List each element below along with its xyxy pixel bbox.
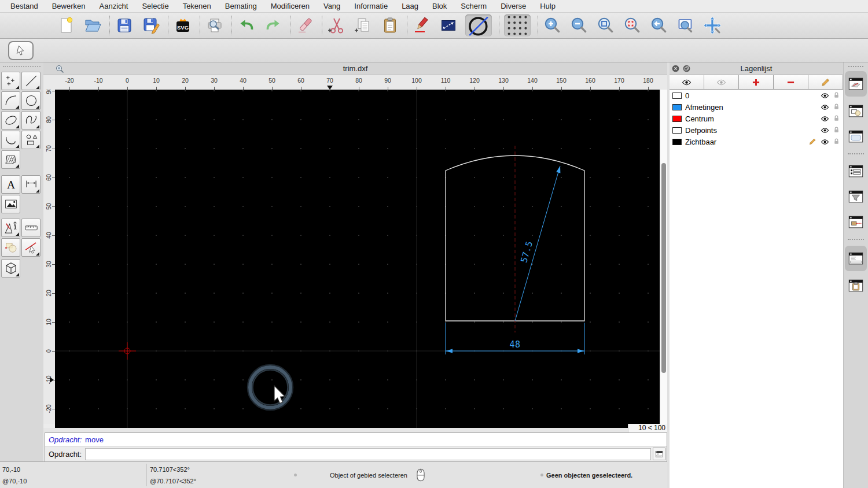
tool-text-button[interactable]: A: [1, 175, 20, 194]
layer-panel-header[interactable]: Lagenlijst: [670, 62, 843, 75]
tool-image-button[interactable]: [1, 195, 20, 213]
menu-modificeren[interactable]: Modificeren: [271, 2, 310, 10]
command-window-button[interactable]: [845, 246, 867, 271]
add-layer-button[interactable]: [739, 75, 774, 89]
selection-tool-button[interactable]: [8, 41, 34, 60]
menu-tekenen[interactable]: Tekenen: [183, 2, 211, 10]
zoom-redraw-button[interactable]: [623, 14, 642, 36]
zoom-window-button[interactable]: [676, 14, 696, 36]
layer-row-Afmetingen[interactable]: Afmetingen: [670, 101, 843, 113]
layer-lock-toggle[interactable]: [833, 103, 840, 111]
menu-diverse[interactable]: Diverse: [501, 2, 526, 10]
circle-icon: [24, 93, 39, 108]
filter-window-button[interactable]: [845, 186, 866, 208]
remove-layer-button[interactable]: [774, 75, 808, 89]
layer-row-Zichtbaar[interactable]: Zichtbaar: [670, 136, 843, 147]
undo-button[interactable]: [237, 14, 256, 36]
tool-solid-3d-button[interactable]: [1, 259, 20, 278]
tool-dimension-button[interactable]: [21, 175, 41, 194]
grid-toggle-button[interactable]: [504, 14, 531, 36]
menu-bemating[interactable]: Bemating: [225, 2, 257, 10]
menu-hulp[interactable]: Hulp: [540, 2, 556, 10]
cut-button[interactable]: [327, 14, 347, 36]
hide-all-layers-button[interactable]: [704, 75, 739, 89]
wall-window-button[interactable]: [845, 211, 866, 233]
layer-visibility-toggle[interactable]: [821, 138, 829, 146]
save-button[interactable]: [115, 14, 134, 36]
block-window-button[interactable]: [845, 100, 866, 122]
h-ruler-label: 150: [550, 77, 573, 84]
tool-measure-button[interactable]: [21, 219, 41, 237]
vertical-scrollbar-thumb[interactable]: [661, 163, 666, 373]
layer-lock-toggle[interactable]: [833, 91, 840, 99]
print-preview-button[interactable]: [205, 14, 225, 36]
menu-vang[interactable]: Vang: [323, 2, 340, 10]
palette-handle[interactable]: [3, 66, 41, 67]
select-window-button[interactable]: [439, 14, 458, 36]
edit-layer-button[interactable]: [808, 75, 843, 89]
paste-button[interactable]: [380, 14, 400, 36]
v-ruler-label: -20: [45, 400, 52, 417]
status-bar: 70,-10 @70,-10 70.7107<352° @70.7107<352…: [0, 461, 668, 488]
menu-bewerken[interactable]: Bewerken: [52, 2, 86, 10]
zoom-previous-button[interactable]: [649, 14, 669, 36]
save-as-button[interactable]: [141, 14, 161, 36]
tool-ellipse-button[interactable]: [1, 111, 20, 130]
zoom-in-button[interactable]: [543, 14, 562, 36]
tool-polyline-button[interactable]: [1, 131, 20, 149]
export-svg-button[interactable]: SVG: [173, 14, 193, 36]
tool-circle-button[interactable]: [21, 91, 41, 110]
drawing-canvas[interactable]: 48 57.5: [55, 90, 660, 428]
menu-bestand[interactable]: Bestand: [10, 2, 38, 10]
new-file-button[interactable]: [56, 14, 76, 36]
pen-window-button[interactable]: [845, 71, 867, 97]
menu-laag[interactable]: Laag: [402, 2, 418, 10]
tool-line-button[interactable]: [21, 72, 41, 90]
command-window-toggle-button[interactable]: [653, 448, 665, 460]
horizontal-scrollbar[interactable]: [43, 428, 667, 432]
tool-arc-button[interactable]: [1, 91, 20, 110]
dock-handle[interactable]: [848, 66, 863, 67]
command-input[interactable]: [85, 448, 651, 460]
clipboard-window-button[interactable]: [845, 275, 866, 297]
vertical-scrollbar[interactable]: [660, 90, 667, 424]
layer-visibility-toggle[interactable]: [821, 91, 829, 100]
list-window-button[interactable]: [845, 160, 866, 182]
open-file-button[interactable]: [83, 14, 102, 36]
layer-visibility-toggle[interactable]: [821, 114, 829, 123]
layer-visibility-toggle[interactable]: [821, 126, 829, 135]
layer-lock-toggle[interactable]: [833, 138, 840, 146]
layer-visibility-toggle[interactable]: [821, 103, 829, 112]
layer-row-Defpoints[interactable]: Defpoints: [670, 124, 843, 136]
copy-button[interactable]: [354, 14, 373, 36]
tool-modify-button[interactable]: [1, 238, 20, 257]
tool-trim-select-button[interactable]: [21, 238, 41, 257]
layer-lock-toggle[interactable]: [833, 114, 840, 123]
zoom-out-button[interactable]: [569, 14, 589, 36]
menu-aanzicht[interactable]: Aanzicht: [100, 2, 128, 10]
redo-button[interactable]: [263, 14, 283, 36]
filter-window-icon: [847, 188, 865, 205]
zoom-pan-button[interactable]: [703, 14, 722, 36]
menu-scherm[interactable]: Scherm: [461, 2, 487, 10]
menu-informatie[interactable]: Informatie: [354, 2, 388, 10]
tool-cad-tools-button[interactable]: [1, 219, 20, 237]
tool-hatch-button[interactable]: [1, 150, 20, 169]
tool-spline-button[interactable]: [21, 111, 41, 130]
divide-circle-button[interactable]: [465, 14, 492, 36]
library-window-button[interactable]: [845, 125, 866, 147]
document-tab-bar[interactable]: trim.dxf: [43, 62, 667, 75]
layer-row-Centrum[interactable]: Centrum: [670, 113, 843, 124]
menu-selectie[interactable]: Selectie: [142, 2, 168, 10]
layer-color-swatch: [672, 127, 682, 134]
tool-polygon-set-button[interactable]: [21, 131, 41, 149]
tool-points-button[interactable]: [1, 72, 20, 90]
zoom-window-icon: [676, 16, 695, 35]
menu-blok[interactable]: Blok: [432, 2, 447, 10]
layer-lock-toggle[interactable]: [833, 126, 840, 134]
zoom-fit-button[interactable]: [596, 14, 616, 36]
show-all-layers-button[interactable]: [670, 75, 704, 89]
layer-row-0[interactable]: 0: [670, 90, 843, 101]
draw-pencil-button[interactable]: [412, 14, 432, 36]
delete-eraser-button[interactable]: [295, 14, 315, 36]
